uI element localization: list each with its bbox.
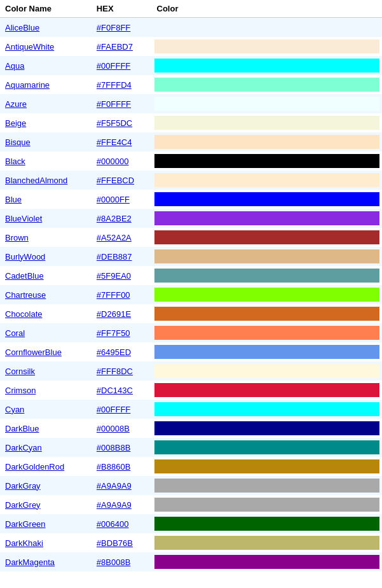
hex-value-link[interactable]: #0000FF (97, 195, 130, 204)
color-name-cell: Aqua (0, 56, 92, 75)
color-name-cell: Bisque (0, 132, 92, 151)
color-name-cell: Beige (0, 113, 92, 132)
color-name-link[interactable]: DarkGreen (5, 519, 46, 529)
color-swatch-cell (152, 18, 382, 38)
hex-value-link[interactable]: #000000 (97, 157, 129, 166)
color-name-link[interactable]: BlanchedAlmond (5, 176, 67, 185)
hex-value-cell: #FFEBCD (92, 171, 152, 190)
hex-value-link[interactable]: #F0F8FF (97, 23, 130, 32)
hex-value-cell: #7FFF00 (92, 285, 152, 304)
color-swatch (154, 345, 379, 359)
hex-value-link[interactable]: #7FFFD4 (97, 80, 132, 90)
color-swatch-cell (152, 304, 382, 323)
color-swatch (154, 326, 379, 340)
color-name-link[interactable]: Azure (5, 99, 27, 109)
color-swatch (154, 402, 379, 416)
hex-value-link[interactable]: #B8860B (97, 462, 131, 472)
color-swatch (154, 288, 379, 302)
table-row: Cyan#00FFFF (0, 400, 382, 419)
color-name-link[interactable]: DarkGrey (5, 500, 41, 510)
color-name-link[interactable]: DarkCyan (5, 443, 42, 452)
color-name-cell: Brown (0, 228, 92, 247)
table-row: Crimson#DC143C (0, 381, 382, 400)
color-name-cell: AntiqueWhite (0, 37, 92, 56)
hex-value-link[interactable]: #BDB76B (97, 538, 133, 548)
color-name-link[interactable]: AliceBlue (5, 23, 39, 32)
color-name-link[interactable]: Cyan (5, 405, 24, 414)
color-swatch (154, 173, 379, 187)
color-name-link[interactable]: AntiqueWhite (5, 42, 54, 52)
color-name-cell: AliceBlue (0, 18, 92, 38)
hex-value-cell: #FF7F50 (92, 323, 152, 342)
hex-value-link[interactable]: #FAEBD7 (97, 42, 133, 52)
header-hex: HEX (92, 0, 152, 18)
color-swatch-cell (152, 113, 382, 132)
color-swatch-cell (152, 514, 382, 533)
hex-value-link[interactable]: #6495ED (97, 347, 131, 357)
color-name-link[interactable]: Brown (5, 233, 29, 242)
hex-value-link[interactable]: #008B8B (97, 443, 131, 452)
color-swatch (154, 116, 379, 130)
hex-value-cell: #0000FF (92, 190, 152, 209)
color-name-link[interactable]: Bisque (5, 137, 31, 147)
hex-value-link[interactable]: #A9A9A9 (97, 481, 132, 491)
hex-value-link[interactable]: #DC143C (97, 386, 133, 395)
color-name-link[interactable]: Coral (5, 328, 25, 338)
color-name-link[interactable]: CornflowerBlue (5, 347, 62, 357)
hex-value-link[interactable]: #FFEBCD (97, 176, 134, 185)
table-header-row: Color Name HEX Color (0, 0, 382, 18)
table-row: AliceBlue#F0F8FF (0, 18, 382, 38)
color-name-link[interactable]: DarkBlue (5, 424, 39, 433)
hex-value-link[interactable]: #A52A2A (97, 233, 132, 242)
table-row: Bisque#FFE4C4 (0, 132, 382, 151)
hex-value-link[interactable]: #00FFFF (97, 405, 130, 414)
hex-value-link[interactable]: #FFE4C4 (97, 137, 132, 147)
color-swatch-cell (152, 495, 382, 514)
color-name-link[interactable]: Blue (5, 195, 22, 204)
color-name-link[interactable]: BurlyWood (5, 252, 45, 262)
hex-value-link[interactable]: #F0FFFF (97, 99, 131, 109)
hex-value-link[interactable]: #F5F5DC (97, 118, 132, 128)
color-name-link[interactable]: Black (5, 157, 25, 166)
hex-value-link[interactable]: #DEB887 (97, 252, 132, 262)
color-name-link[interactable]: DarkMagenta (5, 557, 55, 567)
hex-value-link[interactable]: #FFF8DC (97, 367, 133, 376)
color-name-link[interactable]: DarkGoldenRod (5, 462, 64, 472)
hex-value-link[interactable]: #A9A9A9 (97, 500, 132, 510)
hex-value-cell: #DEB887 (92, 247, 152, 266)
hex-value-link[interactable]: #006400 (97, 519, 129, 529)
hex-value-link[interactable]: #7FFF00 (97, 290, 130, 300)
color-name-link[interactable]: Aquamarine (5, 80, 50, 90)
color-name-cell: DarkGoldenRod (0, 457, 92, 476)
color-swatch-cell (152, 151, 382, 171)
color-name-link[interactable]: CadetBlue (5, 271, 44, 281)
hex-value-link[interactable]: #00008B (97, 424, 130, 433)
hex-value-link[interactable]: #D2691E (97, 309, 131, 319)
color-name-link[interactable]: Crimson (5, 386, 36, 395)
color-name-link[interactable]: BlueViolet (5, 214, 42, 223)
color-name-link[interactable]: Chartreuse (5, 290, 46, 300)
color-name-link[interactable]: Chocolate (5, 309, 43, 319)
color-name-link[interactable]: Cornsilk (5, 367, 35, 376)
hex-value-cell: #A9A9A9 (92, 495, 152, 514)
color-swatch (154, 364, 379, 378)
table-row: DarkCyan#008B8B (0, 438, 382, 457)
hex-value-cell: #7FFFD4 (92, 75, 152, 94)
hex-value-link[interactable]: #5F9EA0 (97, 271, 131, 281)
color-name-link[interactable]: DarkKhaki (5, 538, 43, 548)
color-name-link[interactable]: Aqua (5, 61, 24, 71)
hex-value-link[interactable]: #8A2BE2 (97, 214, 132, 223)
color-swatch (154, 555, 379, 569)
table-row: DarkBlue#00008B (0, 419, 382, 438)
hex-value-link[interactable]: #00FFFF (97, 61, 130, 71)
color-name-link[interactable]: DarkGray (5, 481, 41, 491)
hex-value-link[interactable]: #FF7F50 (97, 328, 130, 338)
table-row: AntiqueWhite#FAEBD7 (0, 37, 382, 56)
table-row: Beige#F5F5DC (0, 113, 382, 132)
color-swatch-cell (152, 209, 382, 228)
color-name-link[interactable]: Beige (5, 118, 26, 128)
hex-value-link[interactable]: #8B008B (97, 557, 131, 567)
header-color-name: Color Name (0, 0, 92, 18)
color-swatch (154, 230, 379, 244)
color-swatch-cell (152, 400, 382, 419)
